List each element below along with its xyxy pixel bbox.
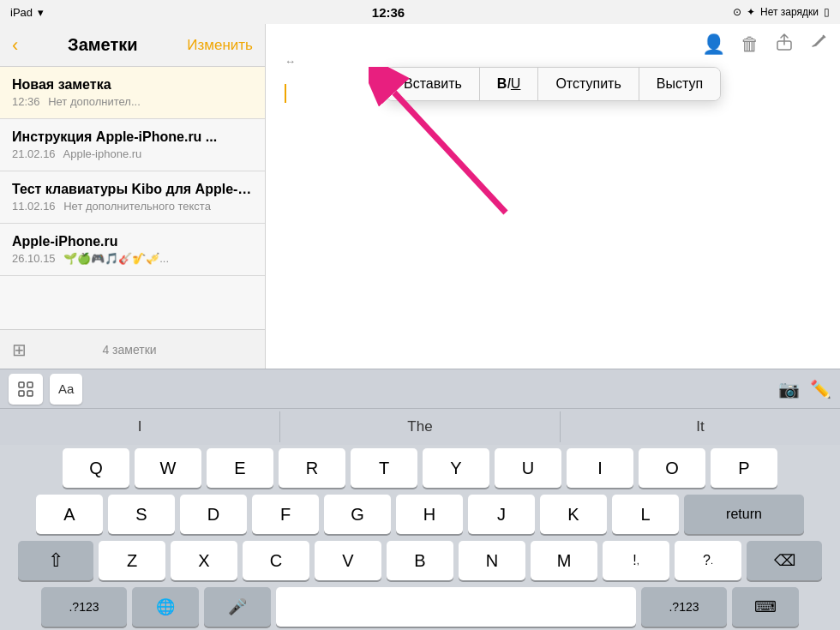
status-bar: iPad ▾ 12:36 ⊙ ✦ Нет зарядки ▯	[0, 0, 840, 24]
sidebar: ‹ Заметки Изменить Новая заметка 12:36 Н…	[0, 24, 266, 369]
svg-rect-5	[19, 391, 24, 396]
key-m[interactable]: M	[531, 541, 597, 580]
wifi-icon: ▾	[38, 6, 44, 19]
key-f[interactable]: F	[252, 495, 319, 534]
num-key-right[interactable]: .?123	[641, 587, 727, 627]
back-button[interactable]: ‹	[12, 34, 18, 57]
svg-rect-3	[19, 382, 24, 387]
note-meta: 11.02.16 Нет дополнительного текста	[12, 200, 253, 213]
key-excl[interactable]: !,	[603, 541, 669, 580]
note-item[interactable]: Тест клавиатуры Kibo для Apple-iP... 11.…	[0, 171, 265, 224]
num-key-left[interactable]: .?123	[41, 587, 127, 627]
key-x[interactable]: X	[171, 541, 237, 580]
shift-icon: ⇧	[48, 549, 63, 572]
key-t[interactable]: T	[351, 448, 417, 488]
key-n[interactable]: N	[459, 541, 525, 580]
note-title: Тест клавиатуры Kibo для Apple-iP...	[12, 182, 253, 197]
screen-record-icon: ⊙	[733, 6, 741, 18]
note-meta: 12:36 Нет дополнител...	[12, 95, 253, 108]
backspace-icon: ⌫	[774, 551, 795, 570]
kb-format-btn[interactable]	[9, 374, 43, 405]
edit-button[interactable]: Изменить	[187, 37, 253, 54]
note-title: Apple-iPhone.ru	[12, 234, 253, 249]
note-meta: 26.10.15 🌱🍏🎮🎵🎸🎷🎺...	[12, 252, 253, 265]
key-y[interactable]: Y	[423, 448, 489, 488]
key-o[interactable]: O	[639, 448, 705, 488]
trash-icon[interactable]: 🗑	[741, 33, 759, 56]
note-meta: 21.02.16 Apple-iphone.ru	[12, 147, 253, 160]
mic-key[interactable]: 🎤	[204, 587, 271, 627]
kb-camera-icon[interactable]: 📷	[778, 379, 800, 399]
note-title: Инструкция Apple-iPhone.ru ...	[12, 129, 253, 145]
person-icon[interactable]: 👤	[702, 33, 725, 56]
key-b[interactable]: B	[387, 541, 453, 580]
key-l[interactable]: L	[612, 495, 679, 534]
shift-key[interactable]: ⇧	[18, 541, 93, 580]
indent-button[interactable]: Отступить	[538, 68, 639, 100]
key-k[interactable]: K	[540, 495, 607, 534]
key-g[interactable]: G	[324, 495, 391, 534]
grid-icon[interactable]: ⊞	[12, 339, 27, 360]
kbd-hide-key[interactable]: ⌨	[732, 587, 799, 627]
status-left: iPad ▾	[10, 6, 44, 19]
note-item[interactable]: Новая заметка 12:36 Нет дополнител...	[0, 67, 265, 119]
battery-icon: ▯	[824, 6, 830, 18]
outdent-button[interactable]: Выступ	[639, 68, 720, 100]
key-row-3: ⇧ Z X C V B N M !, ?. ⌫	[3, 541, 837, 580]
key-d[interactable]: D	[180, 495, 247, 534]
carrier-label: iPad	[10, 6, 33, 19]
format-button[interactable]: BIU	[480, 68, 539, 100]
key-e[interactable]: E	[207, 448, 273, 488]
context-menu: Вставить BIU Отступить Выступ	[386, 67, 721, 101]
sidebar-title: Заметки	[68, 35, 137, 55]
key-v[interactable]: V	[315, 541, 381, 580]
key-u[interactable]: U	[495, 448, 561, 488]
content-area: ‹ Заметки Изменить Новая заметка 12:36 Н…	[0, 24, 840, 369]
note-item[interactable]: Инструкция Apple-iPhone.ru ... 21.02.16 …	[0, 119, 265, 171]
key-j[interactable]: J	[468, 495, 535, 534]
key-row-4: .?123 🌐 🎤 .?123 ⌨	[3, 587, 837, 627]
paste-button[interactable]: Вставить	[387, 68, 480, 100]
compose-icon[interactable]	[809, 33, 828, 57]
autocomplete-bar: I The It	[0, 408, 840, 445]
key-h[interactable]: H	[396, 495, 463, 534]
backspace-key[interactable]: ⌫	[747, 541, 822, 580]
sidebar-header: ‹ Заметки Изменить	[0, 24, 265, 67]
key-c[interactable]: C	[243, 541, 309, 580]
svg-line-2	[394, 93, 506, 213]
kb-pencil-icon[interactable]: ✏️	[810, 379, 831, 399]
return-key[interactable]: return	[684, 495, 804, 534]
status-right: ⊙ ✦ Нет зарядки ▯	[733, 6, 830, 18]
autocomplete-item[interactable]: It	[561, 411, 840, 442]
autocomplete-item[interactable]: The	[280, 411, 561, 442]
key-z[interactable]: Z	[99, 541, 165, 580]
key-s[interactable]: S	[108, 495, 175, 534]
editor-area[interactable]: 👤 🗑 ↔	[266, 24, 840, 369]
notes-count: 4 заметки	[102, 343, 156, 357]
key-row-1: Q W E R T Y U I O P	[3, 448, 837, 488]
editor-arrow-marker: ↔	[285, 55, 296, 68]
app-container: ‹ Заметки Изменить Новая заметка 12:36 Н…	[0, 24, 840, 630]
key-question[interactable]: ?.	[675, 541, 741, 580]
status-time: 12:36	[372, 5, 405, 20]
globe-key[interactable]: 🌐	[132, 587, 199, 627]
key-w[interactable]: W	[135, 448, 201, 488]
share-icon[interactable]	[775, 33, 794, 57]
space-key[interactable]	[276, 587, 636, 627]
key-r[interactable]: R	[279, 448, 345, 488]
note-item[interactable]: Apple-iPhone.ru 26.10.15 🌱🍏🎮🎵🎸🎷🎺...	[0, 224, 265, 276]
key-i[interactable]: I	[567, 448, 633, 488]
editor-toolbar: 👤 🗑	[702, 33, 828, 57]
kb-aa-btn[interactable]: Aa	[50, 374, 82, 405]
text-cursor	[285, 84, 286, 103]
key-a[interactable]: A	[36, 495, 103, 534]
kb-right-icons: 📷 ✏️	[778, 379, 831, 399]
keyboard-toolbar: Aa 📷 ✏️	[0, 369, 840, 408]
sidebar-footer: ⊞ 4 заметки	[0, 329, 265, 369]
autocomplete-item[interactable]: I	[0, 411, 280, 442]
note-title: Новая заметка	[12, 77, 253, 93]
key-q[interactable]: Q	[63, 448, 129, 488]
keyboard-container: Aa 📷 ✏️ I The It Q W E R T Y U I	[0, 369, 840, 630]
svg-rect-4	[27, 382, 33, 387]
key-p[interactable]: P	[711, 448, 777, 488]
